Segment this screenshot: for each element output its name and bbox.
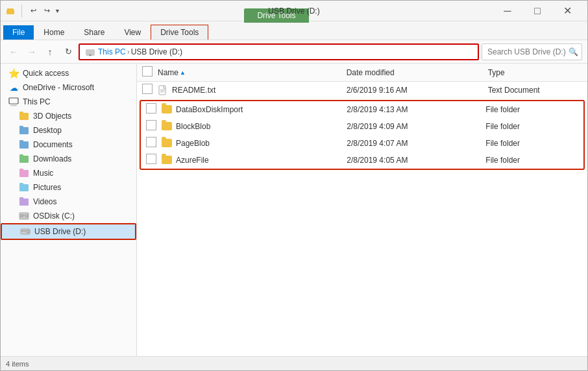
minimize-button[interactable]: ─ [493,1,522,21]
folder-downloads-icon [19,154,29,164]
tab-drive-tools[interactable]: Drive Tools [151,25,208,40]
path-thispc: This PC [98,47,126,56]
tab-home[interactable]: Home [34,25,74,40]
folder-icon-2 [162,121,172,132]
row-checkbox-4 [146,154,162,166]
svg-rect-6 [11,104,16,105]
folder-desktop-icon [19,125,29,136]
checkbox-0[interactable] [142,84,153,94]
sidebar-item-music[interactable]: Music [1,166,136,180]
table-row[interactable]: AzureFile 2/8/2019 4:05 AM File folder [141,152,583,169]
drive-c-icon [19,211,29,221]
sidebar-label-thispc: This PC [23,97,51,106]
header-date[interactable]: Date modified [347,68,488,77]
path-usb: USB Drive (D:) [131,47,182,56]
folder-pictures-icon [19,182,29,193]
ribbon-tabs: File Home Share View Drive Tools [1,21,587,40]
folder-3d-icon [19,111,29,121]
sidebar-item-desktop[interactable]: Desktop [1,123,136,138]
row-name-4: AzureFile [162,155,347,165]
tab-file[interactable]: File [3,25,34,40]
sidebar-item-videos[interactable]: Videos [1,195,136,209]
checkbox-3[interactable] [146,137,156,147]
folder-icon-3 [162,138,172,149]
folder-icon-4 [162,155,172,165]
title-bar-icons: ↩ ↪ ▼ [6,5,60,18]
table-row[interactable]: DataBoxDiskImport 2/8/2019 4:13 AM File … [141,101,583,118]
sidebar-item-osdisk[interactable]: OSDisk (C:) [1,209,136,223]
refresh-button[interactable]: ↻ [60,44,76,60]
dropdown-arrow[interactable]: ▼ [55,8,60,14]
folder-videos-icon [19,197,29,207]
up-button[interactable]: ↑ [42,44,58,60]
sidebar: ⭐ Quick access ☁ OneDrive - Microsoft Th… [1,64,137,356]
window-title: USB Drive (D:) [268,6,319,16]
tab-view[interactable]: View [114,25,151,40]
row-checkbox-1 [146,103,162,115]
row-name-3: PageBlob [162,138,347,149]
file-icon-0 [158,85,168,95]
folder-documents-icon [19,139,29,150]
row-type-0: Text Document [488,86,582,95]
sidebar-label-osdisk: OSDisk (C:) [33,211,75,221]
sidebar-item-pictures[interactable]: Pictures [1,180,136,195]
explorer-window: ↩ ↪ ▼ Drive Tools USB Drive (D:) ─ □ ✕ F… [0,0,588,371]
svg-rect-14 [21,231,26,232]
sort-arrow-name: ▲ [180,69,186,76]
table-row[interactable]: README.txt 2/6/2019 9:16 AM Text Documen… [137,82,587,99]
search-icon: 🔍 [569,47,578,56]
maximize-button[interactable]: □ [522,1,552,21]
undo-btn[interactable]: ↩ [27,5,40,16]
svg-point-4 [90,54,92,56]
checkbox-4[interactable] [146,154,156,164]
sidebar-label-3dobjects: 3D Objects [33,112,71,121]
select-all-checkbox[interactable] [142,66,153,77]
sidebar-label-usb: USB Drive (D:) [34,227,86,236]
thispc-icon [8,97,19,107]
table-row[interactable]: PageBlob 2/8/2019 4:07 AM File folder [141,135,583,152]
sidebar-item-thispc[interactable]: This PC [1,95,136,109]
header-name[interactable]: Name ▲ [158,68,347,77]
address-bar: ← → ↑ ↻ This PC › USB Drive (D:) 🔍 [1,40,587,64]
row-type-3: File folder [485,139,578,148]
checkbox-2[interactable] [146,120,156,130]
tab-share[interactable]: Share [74,25,114,40]
sidebar-item-usb[interactable]: USB Drive (D:) [1,223,136,240]
search-wrapper: 🔍 [482,43,582,60]
svg-rect-8 [19,213,29,219]
row-filename-1: DataBoxDiskImport [176,105,243,114]
sidebar-item-documents[interactable]: Documents [1,138,136,152]
title-bar: ↩ ↪ ▼ Drive Tools USB Drive (D:) ─ □ ✕ [1,1,587,21]
svg-rect-10 [20,215,25,215]
redo-btn[interactable]: ↪ [41,5,53,16]
address-path[interactable]: This PC › USB Drive (D:) [79,43,479,60]
sidebar-item-3dobjects[interactable]: 3D Objects [1,109,136,123]
back-button[interactable]: ← [6,44,21,60]
sidebar-label-music: Music [33,169,53,178]
star-icon: ⭐ [8,68,19,78]
file-list-header: Name ▲ Date modified Type [137,64,587,82]
row-date-2: 2/8/2019 4:09 AM [347,122,485,131]
table-row[interactable]: BlockBlob 2/8/2019 4:09 AM File folder [141,118,583,135]
checkbox-1[interactable] [146,103,156,114]
quick-save-area: ↩ ↪ ▼ [27,5,60,16]
row-type-4: File folder [485,156,578,165]
sidebar-item-onedrive[interactable]: ☁ OneDrive - Microsoft [1,80,136,95]
header-date-label: Date modified [347,68,395,77]
header-type-label: Type [488,68,505,77]
file-list: Name ▲ Date modified Type [137,64,587,356]
drive-usb-icon [20,226,31,237]
sidebar-item-quickaccess[interactable]: ⭐ Quick access [1,66,136,80]
close-button[interactable]: ✕ [552,1,582,21]
sidebar-label-downloads: Downloads [33,154,71,163]
search-input[interactable] [482,43,582,60]
forward-button[interactable]: → [24,44,40,60]
sidebar-label-documents: Documents [33,140,73,149]
row-date-1: 2/8/2019 4:13 AM [347,105,485,114]
header-type[interactable]: Type [488,68,582,77]
svg-rect-11 [20,217,23,217]
row-type-1: File folder [485,105,578,114]
row-name-0: README.txt [158,85,347,95]
sidebar-item-downloads[interactable]: Downloads [1,152,136,166]
svg-rect-12 [21,229,30,234]
